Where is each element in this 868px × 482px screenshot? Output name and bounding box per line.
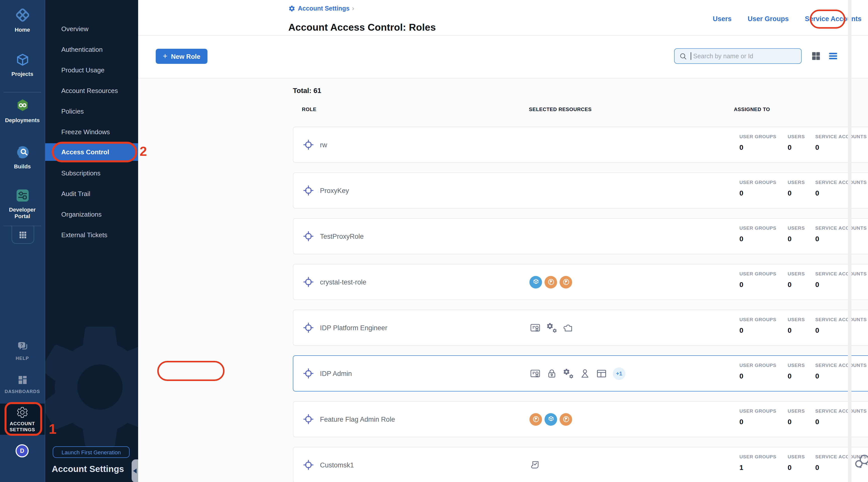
sidebar-item-product-usage[interactable]: Product Usage [45,60,138,81]
sidebar-collapse-handle[interactable] [132,459,138,482]
users-count: 0 [787,235,805,243]
users-count: 0 [787,189,805,197]
role-name: rw [320,141,327,149]
search-box[interactable] [674,48,802,64]
grid-view-toggle[interactable] [811,51,821,61]
tab-users[interactable]: Users [713,15,732,23]
rail-label: Projects [10,71,35,77]
rail-item-help[interactable]: HELP [0,340,45,362]
users-count: 0 [787,143,805,151]
table-row[interactable]: ProxyKey USER GROUPS0 USERS0 SERVICE ACC… [293,172,868,209]
rail-divider [3,92,41,92]
text-caret [691,52,691,60]
more-resources-badge[interactable]: +1 [613,367,625,380]
user-groups-label: USER GROUPS [739,134,776,139]
rail-label: Developer Portal [0,207,45,219]
sidebar-item-account-resources[interactable]: Account Resources [45,81,138,101]
role-icon [302,230,314,242]
sidebar-item-freeze-windows[interactable]: Freeze Windows [45,122,138,142]
table-row[interactable]: Feature Flag Admin Role USER GROUPS0 USE… [293,401,868,437]
feature-flag-resource-icon [560,413,572,425]
role-icon [302,322,314,334]
table-row-idp-admin[interactable]: IDP Admin +1 USER GROUPS0 USERS0 SERVICE… [293,355,868,392]
selected-resources [529,310,577,345]
apps-grid-button[interactable] [11,226,34,244]
sidebar-item-authentication[interactable]: Authentication [45,39,138,60]
project-resource-icon [529,276,542,288]
sidebar-item-audit-trail[interactable]: Audit Trail [45,183,138,204]
rail-item-builds[interactable]: Builds [0,144,45,170]
table-row[interactable]: Customsk1 USER GROUPS1 USERS0 SERVICE AC… [293,447,868,482]
rail-label: Deployments [3,117,41,123]
role-name: ProxyKey [320,187,349,194]
service-accounts-label: SERVICE ACCOUNTS [815,225,867,231]
breadcrumb-link[interactable]: Account Settings [298,5,350,12]
users-count: 0 [787,418,805,426]
table-row[interactable]: rw USER GROUPS0 USERS0 SERVICE ACCOUNTS0 [293,127,868,163]
scrollbar[interactable] [848,0,851,482]
plus-icon: + [163,52,167,61]
role-icon [302,413,314,425]
sidebar-item-organizations[interactable]: Organizations [45,204,138,225]
table-row[interactable]: TestProxyRole USER GROUPS0 USERS0 SERVIC… [293,218,868,254]
user-groups-label: USER GROUPS [739,362,776,368]
users-label: USERS [787,454,805,459]
role-name: crystal-test-role [320,278,366,286]
role-name: IDP Admin [320,370,352,377]
users-label: USERS [787,271,805,276]
rail-item-developer-portal[interactable]: Developer Portal [0,187,45,219]
sidebar-item-external-tickets[interactable]: External Tickets [45,225,138,245]
column-header-role: ROLE [302,107,316,112]
role-icon [302,367,314,380]
user-groups-label: USER GROUPS [739,271,776,276]
help-icon [16,340,29,353]
list-view-toggle[interactable] [828,51,838,61]
rail-item-projects[interactable]: Projects [0,51,45,77]
builds-icon [14,144,31,161]
sidebar-item-policies[interactable]: Policies [45,101,138,122]
support-chat-icon[interactable] [854,453,868,471]
users-label: USERS [787,408,805,414]
rail-item-dashboards[interactable]: DASHBOARDS [0,374,45,395]
certificate-icon [529,368,541,379]
role-name: Feature Flag Admin Role [320,415,395,423]
sidebar-item-subscriptions[interactable]: Subscriptions [45,163,138,183]
tab-service-accounts[interactable]: Service Accounts [805,15,862,23]
launch-first-generation-button[interactable]: Launch First Generation [53,446,130,458]
user-groups-count: 0 [739,189,776,197]
sidebar-item-access-control[interactable]: Access Control [45,143,138,161]
new-role-button[interactable]: + New Role [156,49,208,64]
deployments-icon [14,97,31,115]
user-groups-count: 0 [739,143,776,151]
search-input[interactable] [692,52,789,60]
rail-item-deployments[interactable]: Deployments [0,97,45,123]
user-groups-label: USER GROUPS [739,454,776,459]
rail-label: HELP [14,355,31,362]
project-resource-icon [545,413,557,425]
user-icon [579,368,591,379]
user-groups-count: 0 [739,280,776,289]
user-groups-label: USER GROUPS [739,225,776,231]
tab-user-groups[interactable]: User Groups [748,15,789,23]
layout-icon [596,368,607,379]
table-row[interactable]: IDP Platform Engineer USER GROUPS0 USERS… [293,310,868,346]
app-viewport: Home Projects Deployments Builds Develop… [0,0,868,482]
main-content: Account Settings › Account Access Contro… [138,0,868,482]
lock-icon [546,368,558,379]
selected-resources [529,447,544,482]
audit-scroll-icon [529,459,541,471]
gear-icon [288,5,296,12]
service-accounts-label: SERVICE ACCOUNTS [815,271,867,276]
service-accounts-count: 0 [815,280,867,289]
user-groups-count: 1 [739,463,776,472]
gear-watermark [45,312,138,462]
entity-tabs: Users User Groups Service Accounts Resou… [713,12,868,25]
apps-grid-icon [18,230,28,240]
sidebar-item-overview[interactable]: Overview [45,19,138,39]
rail-item-account-settings[interactable]: ACCOUNT SETTINGS [0,403,45,435]
user-avatar[interactable]: D [16,444,29,457]
table-row[interactable]: crystal-test-role USER GROUPS0 USERS0 SE… [293,264,868,300]
rail-item-home[interactable]: Home [0,6,45,33]
role-icon [302,139,314,151]
service-accounts-count: 0 [815,326,867,334]
